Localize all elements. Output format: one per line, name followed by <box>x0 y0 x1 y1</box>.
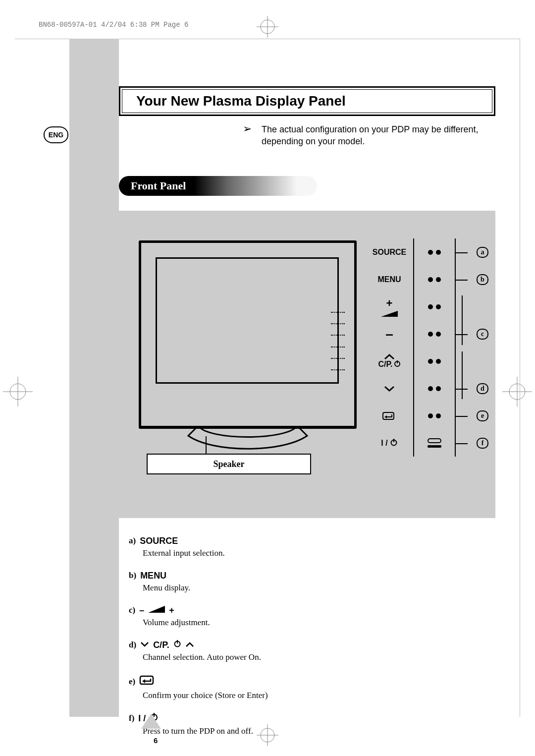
brace-d <box>456 351 463 399</box>
callout-e: e <box>477 410 488 421</box>
power-icon <box>394 360 401 369</box>
desc-body: External input selection. <box>143 548 485 559</box>
volume-up-icon <box>381 311 398 317</box>
dot-icon <box>436 277 441 282</box>
callout-b: b <box>477 274 488 285</box>
callout-a: a <box>477 247 488 258</box>
desc-key-label: SOURCE <box>140 536 178 546</box>
label-row-power: I / f <box>366 429 485 457</box>
label-row-source: SOURCE a <box>366 238 485 266</box>
dot-icon <box>436 413 441 418</box>
dot-icon <box>436 386 441 391</box>
page-number: 6 <box>154 736 158 745</box>
chevron-up-icon <box>185 640 194 651</box>
power-icon <box>390 438 398 448</box>
dot-icon <box>428 250 433 255</box>
grey-sidebar <box>69 39 119 717</box>
brace-c <box>456 295 463 345</box>
desc-item-a: a)SOURCE External input selection. <box>129 535 485 559</box>
dot-icon <box>428 304 433 309</box>
page-number-triangle-icon <box>141 714 161 729</box>
chevron-down-icon <box>384 386 395 392</box>
section-tab-label: Front Panel <box>131 179 186 192</box>
desc-item-b: b)MENU Menu display. <box>129 570 485 594</box>
label-row-ch-up: C/P. <box>366 348 485 375</box>
callout-d: d <box>477 383 488 394</box>
plus-icon: + <box>386 297 393 310</box>
desc-body: Menu display. <box>143 582 485 594</box>
description-list: a)SOURCE External input selection. b)MEN… <box>129 535 485 748</box>
dot-icon <box>428 386 433 391</box>
note-arrow-icon: ➢ <box>243 123 252 134</box>
dot-icon <box>428 413 433 418</box>
desc-key-letter: b) <box>129 570 136 582</box>
dot-icon <box>436 332 441 337</box>
label-row-ch-down: d <box>366 375 485 402</box>
desc-body: Volume adjustment. <box>143 617 485 629</box>
menu-label: MENU <box>366 266 414 293</box>
callout-f: f <box>477 438 488 449</box>
note-row: ➢ The actual configuration on your PDP m… <box>243 123 495 148</box>
speaker-label: Speaker <box>214 459 245 469</box>
enter-icon <box>139 674 156 690</box>
desc-item-e: e) Confirm your choice (Store or Enter) <box>129 674 485 702</box>
button-label-column: SOURCE a MENU b + – <box>366 238 485 457</box>
enter-icon <box>382 410 397 421</box>
language-badge: ENG <box>44 126 68 143</box>
desc-item-c: c) – + Volume adjustment. <box>129 605 485 629</box>
note-text: The actual configuration on your PDP may… <box>262 123 495 148</box>
svg-marker-16 <box>384 415 387 418</box>
speaker-callout-line <box>206 436 207 455</box>
source-label: SOURCE <box>366 238 414 266</box>
page-title: Your New Plasma Display Panel <box>136 93 346 109</box>
minus-icon: – <box>366 320 414 348</box>
desc-body: Press to turn the PDP on and off. <box>143 726 485 737</box>
registration-mark-top <box>257 16 278 38</box>
led-slot-icon <box>428 438 441 443</box>
dot-icon <box>436 250 441 255</box>
document-header: BN68-00597A-01 4/2/04 6:38 PM Page 6 <box>39 21 188 28</box>
chevron-down-icon <box>140 640 149 651</box>
svg-marker-26 <box>141 714 161 729</box>
desc-minus: – <box>139 605 144 616</box>
dot-icon <box>428 359 433 364</box>
svg-point-0 <box>261 20 274 34</box>
desc-item-d: d) C/P. Channel selection. Auto power On… <box>129 640 485 663</box>
desc-key-letter: e) <box>129 676 135 688</box>
power-button-icon <box>428 445 441 448</box>
tv-side-buttons-icon <box>331 312 345 371</box>
chevron-up-icon <box>384 354 395 360</box>
label-row-vol-minus: – c <box>366 320 485 348</box>
desc-key-letter: c) <box>129 605 135 616</box>
desc-body: Confirm your choice (Store or Enter) <box>143 690 485 701</box>
desc-key-label: C/P. <box>153 640 169 650</box>
section-tab: Front Panel <box>119 176 317 196</box>
dot-icon <box>428 332 433 337</box>
speaker-label-box: Speaker <box>147 454 311 474</box>
desc-key-letter: d) <box>129 640 136 651</box>
svg-marker-12 <box>381 311 398 317</box>
volume-icon <box>148 605 165 616</box>
label-row-menu: MENU b <box>366 266 485 293</box>
label-row-enter: e <box>366 402 485 429</box>
dot-icon <box>436 359 441 364</box>
desc-plus: + <box>169 605 174 616</box>
power-icon <box>173 640 181 651</box>
tv-illustration <box>139 240 357 429</box>
dot-icon <box>428 277 433 282</box>
front-panel-figure: Speaker SOURCE a MENU b + <box>119 211 495 518</box>
power-label: I / <box>381 439 387 448</box>
callout-c: c <box>477 329 488 340</box>
desc-body: Channel selection. Auto power On. <box>143 652 485 663</box>
title-banner: Your New Plasma Display Panel <box>119 86 495 116</box>
desc-key-letter: f) <box>129 713 134 724</box>
desc-key-label: MENU <box>140 571 166 581</box>
desc-item-f: f) I / Press to turn the PDP on and off. <box>129 712 485 737</box>
label-row-vol-plus: + <box>366 293 485 320</box>
tv-stand-icon <box>178 426 317 450</box>
svg-marker-23 <box>142 679 145 683</box>
dot-icon <box>436 304 441 309</box>
desc-key-letter: a) <box>129 535 136 547</box>
svg-marker-19 <box>148 606 165 613</box>
cp-label: C/P. <box>378 360 392 369</box>
